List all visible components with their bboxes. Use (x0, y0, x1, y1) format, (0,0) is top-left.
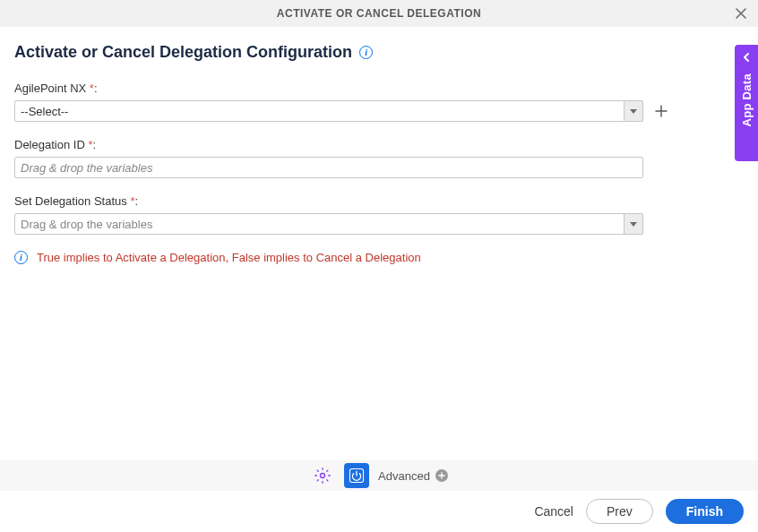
required-marker: * (90, 82, 94, 95)
delegation-id-input[interactable] (14, 157, 643, 178)
delegation-id-label: Delegation ID *: (14, 138, 744, 151)
prev-button[interactable]: Prev (586, 499, 653, 524)
agilepoint-select[interactable] (14, 100, 643, 122)
svg-point-0 (321, 474, 325, 478)
app-data-label: App Data (740, 73, 754, 126)
chevron-left-icon (741, 52, 752, 63)
power-icon (349, 468, 365, 484)
delegation-status-label: Set Delegation Status *: (14, 194, 744, 208)
bottom-toolbar: Advanced (0, 460, 758, 491)
advanced-button[interactable]: Advanced (378, 469, 448, 483)
field-delegation-id: Delegation ID *: (14, 138, 744, 178)
plus-icon (654, 104, 668, 118)
chevron-down-icon (630, 109, 637, 114)
info-icon: i (14, 251, 28, 264)
add-agilepoint-button[interactable] (652, 102, 670, 120)
status-hint-row: i True implies to Activate a Delegation,… (14, 251, 744, 264)
close-button[interactable] (733, 5, 749, 21)
app-data-tab[interactable]: App Data (735, 45, 758, 161)
info-icon[interactable]: i (359, 46, 373, 59)
dialog-title: ACTIVATE OR CANCEL DELEGATION (277, 7, 481, 20)
agilepoint-select-input[interactable] (14, 100, 643, 122)
delegation-status-caret[interactable] (624, 213, 643, 235)
settings-button[interactable] (310, 463, 335, 488)
power-button[interactable] (344, 463, 369, 488)
advanced-label: Advanced (378, 469, 430, 483)
chevron-down-icon (630, 222, 637, 227)
required-marker: * (130, 194, 134, 208)
agilepoint-row (14, 100, 744, 122)
page-title: Activate or Cancel Delegation Configurat… (14, 43, 352, 62)
close-icon (735, 7, 747, 20)
gear-icon (314, 467, 332, 485)
page-title-row: Activate or Cancel Delegation Configurat… (14, 43, 744, 62)
dialog-header: ACTIVATE OR CANCEL DELEGATION (0, 0, 758, 27)
field-agilepoint: AgilePoint NX *: (14, 82, 744, 122)
field-delegation-status: Set Delegation Status *: (14, 194, 744, 235)
status-hint: True implies to Activate a Delegation, F… (37, 251, 421, 264)
dialog-footer: Cancel Prev Finish (0, 491, 758, 532)
delegation-status-label-text: Set Delegation Status (14, 194, 127, 208)
cancel-button[interactable]: Cancel (534, 504, 573, 519)
agilepoint-label-text: AgilePoint NX (14, 82, 86, 95)
agilepoint-label: AgilePoint NX *: (14, 82, 744, 95)
form-content: Activate or Cancel Delegation Configurat… (0, 27, 758, 264)
delegation-status-input[interactable] (14, 213, 643, 235)
required-marker: * (88, 138, 92, 151)
delegation-id-label-text: Delegation ID (14, 138, 85, 151)
delegation-status-combo[interactable] (14, 213, 643, 235)
finish-button[interactable]: Finish (666, 499, 744, 524)
agilepoint-caret[interactable] (624, 100, 643, 122)
add-circle-icon (435, 469, 448, 482)
